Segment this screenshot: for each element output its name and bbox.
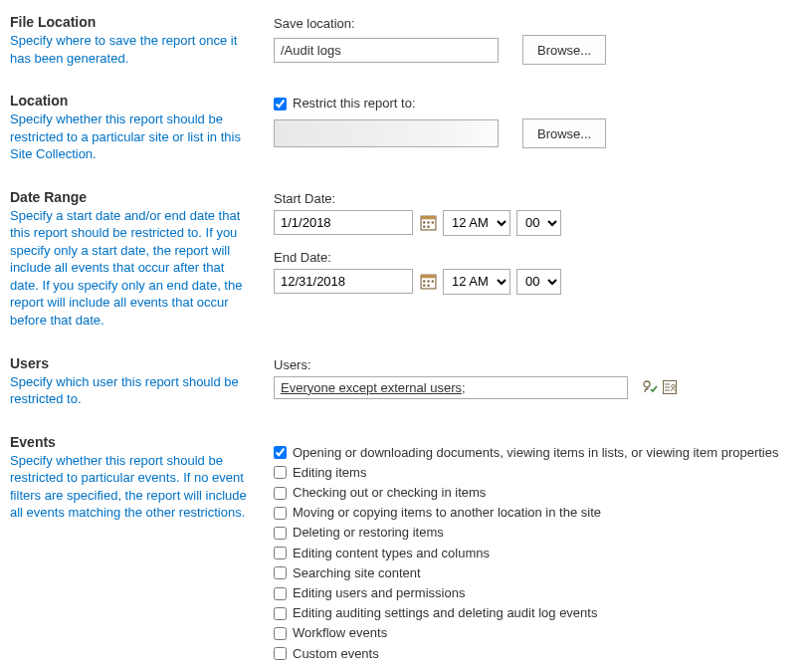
date-range-title: Date Range	[10, 189, 254, 205]
browse-people-icon[interactable]	[662, 379, 678, 395]
restrict-label: Restrict this report to:	[293, 95, 416, 112]
restrict-checkbox[interactable]	[274, 98, 287, 111]
svg-point-19	[672, 384, 675, 387]
start-hour-select[interactable]: 12 AM	[443, 210, 510, 236]
section-location: Location Specify whether this report sho…	[10, 83, 802, 179]
event-checkbox[interactable]	[274, 466, 287, 479]
svg-rect-12	[423, 285, 425, 287]
svg-rect-2	[423, 222, 425, 224]
svg-rect-1	[421, 216, 436, 219]
users-input[interactable]	[274, 376, 628, 399]
save-location-label: Save location:	[274, 16, 802, 31]
events-desc: Specify whether this report should be re…	[10, 452, 254, 522]
location-desc: Specify whether this report should be re…	[10, 111, 254, 163]
event-checkbox[interactable]	[274, 487, 287, 500]
section-file-location: File Location Specify where to save the …	[10, 4, 802, 83]
location-title: Location	[10, 93, 254, 109]
event-label: Workflow events	[293, 624, 387, 642]
start-date-label: Start Date:	[274, 191, 802, 206]
file-location-title: File Location	[10, 14, 254, 30]
check-names-icon[interactable]	[642, 379, 658, 395]
event-checkbox[interactable]	[274, 607, 287, 620]
svg-rect-5	[423, 226, 425, 228]
end-date-input[interactable]	[274, 269, 413, 294]
event-checkbox[interactable]	[274, 446, 287, 459]
users-desc: Specify which user this report should be…	[10, 373, 254, 408]
event-label: Editing users and permissions	[293, 584, 465, 602]
section-events: Events Specify whether this report shoul…	[10, 424, 802, 668]
events-list: Opening or downloading documents, viewin…	[274, 434, 802, 665]
event-checkbox[interactable]	[274, 527, 287, 540]
section-users: Users Specify which user this report sho…	[10, 345, 802, 424]
event-checkbox[interactable]	[274, 566, 287, 579]
svg-rect-13	[427, 285, 429, 287]
event-label: Editing content types and columns	[293, 545, 490, 562]
svg-rect-8	[421, 275, 436, 278]
file-location-desc: Specify where to save the report once it…	[10, 32, 254, 67]
event-label: Deleting or restoring items	[293, 524, 444, 542]
end-date-label: End Date:	[274, 250, 802, 265]
event-checkbox[interactable]	[274, 507, 287, 520]
save-location-input[interactable]	[274, 38, 499, 63]
save-location-browse-button[interactable]: Browse...	[522, 35, 606, 65]
events-title: Events	[10, 434, 254, 450]
date-range-desc: Specify a start date and/or end date tha…	[10, 207, 254, 330]
start-date-input[interactable]	[274, 210, 413, 235]
end-hour-select[interactable]: 12 AM	[443, 269, 510, 295]
svg-rect-10	[427, 281, 429, 283]
restrict-path-input	[274, 119, 499, 147]
svg-rect-6	[427, 226, 429, 228]
event-label: Moving or copying items to another locat…	[293, 504, 601, 522]
event-label: Searching site content	[293, 564, 421, 582]
end-minute-select[interactable]: 00	[516, 269, 561, 295]
calendar-icon[interactable]	[419, 273, 437, 291]
svg-rect-4	[431, 222, 433, 224]
section-date-range: Date Range Specify a start date and/or e…	[10, 179, 802, 345]
event-label: Editing items	[293, 464, 366, 482]
event-checkbox[interactable]	[274, 627, 287, 640]
event-label: Opening or downloading documents, viewin…	[293, 444, 778, 462]
users-label: Users:	[274, 357, 802, 372]
event-checkbox[interactable]	[274, 587, 287, 600]
svg-rect-9	[423, 281, 425, 283]
event-label: Checking out or checking in items	[293, 484, 486, 502]
svg-rect-11	[431, 281, 433, 283]
event-label: Editing auditing settings and deleting a…	[293, 604, 597, 622]
svg-rect-3	[427, 222, 429, 224]
users-title: Users	[10, 355, 254, 371]
event-label: Custom events	[293, 645, 379, 663]
calendar-icon[interactable]	[419, 214, 437, 232]
event-checkbox[interactable]	[274, 647, 287, 660]
svg-point-14	[644, 381, 650, 387]
restrict-browse-button[interactable]: Browse...	[522, 118, 606, 148]
start-minute-select[interactable]: 00	[516, 210, 561, 236]
event-checkbox[interactable]	[274, 547, 287, 559]
